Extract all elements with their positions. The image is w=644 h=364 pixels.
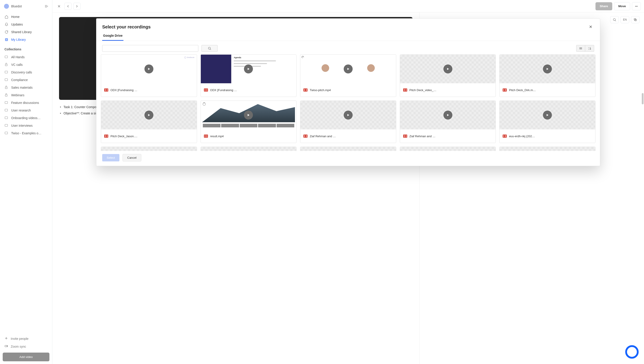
collapse-sidebar-button[interactable] [44,4,49,9]
recording-card[interactable] [200,147,297,151]
sort-toggle[interactable]: AZ [585,45,594,52]
collection-label: All Hands [11,55,24,59]
zoom-label: Zoom sync [11,345,26,348]
nav-home[interactable]: Home [2,13,50,21]
folder-icon [4,108,8,112]
video-thumbnail [500,101,595,129]
play-icon [244,65,253,73]
video-file-icon [503,88,507,92]
file-name: Pitch Deck_video_… [410,88,436,92]
recording-card[interactable]: Ziaf Rehman and … [300,101,396,143]
play-icon [444,111,452,120]
modal-title: Select your recordings [102,24,151,30]
video-file-icon [304,88,308,92]
chat-fab[interactable] [625,345,639,359]
folder-icon [4,78,8,82]
video-thumbnail [300,55,396,83]
svg-marker-19 [7,345,8,347]
folder-icon [4,116,8,120]
svg-marker-45 [447,114,449,116]
recording-card[interactable] [400,147,496,151]
collection-item[interactable]: Twiso - Examples o… [2,129,50,137]
file-name: ODX [Fundraising … [210,88,237,92]
recording-card[interactable]: euu-erdh-nkj (202… [499,101,596,143]
ondeck-badge: ◯ OnDeck [184,56,194,58]
video-thumbnail [101,101,197,129]
loading-icon [202,103,206,106]
svg-line-30 [210,49,211,50]
search-button[interactable] [202,45,218,52]
nav-my-library[interactable]: My Library [2,36,50,43]
recording-card[interactable]: result.mp4 [200,101,297,143]
select-button[interactable]: Select [102,154,120,161]
video-thumbnail [101,147,197,151]
play-icon [144,111,154,120]
collection-item[interactable]: User research [2,107,50,114]
zoom-sync[interactable]: Zoom sync [2,342,50,350]
svg-rect-12 [5,109,8,111]
play-icon [144,65,154,73]
video-thumbnail [500,55,595,83]
recording-card[interactable] [101,147,197,151]
collection-item[interactable]: User interviews [2,122,50,129]
modal-close-button[interactable]: ✕ [587,24,594,30]
video-file-icon [304,134,308,138]
collection-label: User research [11,109,31,112]
svg-rect-4 [6,39,7,40]
recording-card[interactable]: ◯ OnDeck FUNDRAISING BOOTCAMP ODX [Fundr… [101,54,197,97]
library-icon [4,38,8,42]
plus-icon [4,336,8,341]
video-file-icon [204,88,208,92]
svg-rect-11 [5,101,8,103]
file-name: Ziaf Rehman and … [310,134,336,138]
collection-item[interactable]: Webinars [2,91,50,99]
svg-rect-15 [5,132,8,134]
video-thumbnail [201,147,296,151]
collection-item[interactable]: Sales materials [2,84,50,91]
nav-updates[interactable]: Updates [2,21,50,28]
lock-icon [4,86,8,90]
recording-card[interactable]: Pitch Deck_Jason.… [101,101,197,143]
thumb-text: Agenda [234,56,294,59]
collection-item[interactable]: All Hands [2,53,50,61]
recording-card[interactable] [499,147,596,151]
file-name: euu-erdh-nkj (202… [509,134,535,138]
collection-item[interactable]: Discovery calls [2,69,50,76]
collection-item[interactable]: Compliance [2,76,50,84]
recording-card[interactable]: Ziaf Rehman and … [400,101,496,143]
brand[interactable]: Bluedot [4,4,22,9]
tab-google-drive[interactable]: Google Drive [102,34,124,41]
svg-marker-42 [148,114,150,116]
collection-item[interactable]: VC calls [2,61,50,69]
svg-text:Z: Z [588,49,589,50]
cancel-button[interactable]: Cancel [122,154,141,161]
collection-item[interactable]: Feature discussions [2,99,50,107]
recording-card[interactable]: Pitch Deck_Dirk.m… [499,54,596,97]
recording-card[interactable] [300,147,396,151]
collection-item[interactable]: Onboarding videos… [2,114,50,122]
folder-icon [4,70,8,74]
recording-card[interactable]: Pitch Deck_video_… [400,54,496,97]
video-thumbnail [500,147,595,151]
invite-people[interactable]: Invite people [2,335,50,342]
folder-icon [4,124,8,128]
video-file-icon [204,134,208,138]
collection-label: Webinars [11,93,24,97]
recording-card[interactable]: Twiso-pitch.mp4 [300,54,396,97]
add-video-button[interactable]: Add video [3,352,50,361]
video-thumbnail: Agenda [201,55,296,83]
recording-card[interactable]: Agenda ODX [Fundraising … [200,54,297,97]
file-name: ODX [Fundraising … [110,88,137,92]
list-view-toggle[interactable] [576,45,585,52]
collection-label: Compliance [11,78,28,82]
svg-rect-18 [5,345,7,347]
invite-label: Invite people [11,337,28,340]
collection-label: Discovery calls [11,71,32,74]
video-file-icon [104,134,108,138]
collections-heading: Collections [0,43,52,53]
nav-shared-library[interactable]: Shared Library [2,28,50,36]
recordings-search-input[interactable] [102,45,198,52]
svg-rect-10 [5,95,7,96]
file-name: Ziaf Rehman and … [410,134,435,138]
home-icon [4,15,8,19]
